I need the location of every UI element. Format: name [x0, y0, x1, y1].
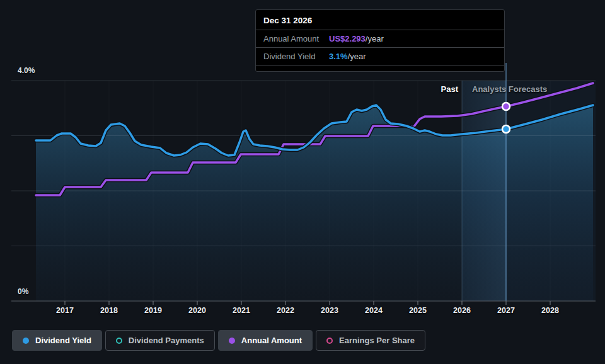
x-tick-label-2017: 2017 — [56, 306, 74, 315]
x-tick-label-2026: 2026 — [453, 306, 471, 315]
dividend-chart-page: 4.0% 0% 20172018201920202021202220232024… — [0, 0, 605, 364]
legend-item-earnings-per-share[interactable]: Earnings Per Share — [316, 330, 425, 351]
past-region-label: Past — [441, 84, 458, 94]
tooltip-label: Dividend Yield — [263, 52, 329, 61]
tooltip-value-suffix: /year — [348, 52, 366, 61]
earnings-per-share-marker-icon — [326, 338, 333, 344]
legend-item-annual-amount[interactable]: Annual Amount — [218, 330, 313, 351]
legend-item-dividend-payments[interactable]: Dividend Payments — [105, 330, 215, 351]
x-tick-label-2019: 2019 — [144, 306, 162, 315]
x-tick-label-2018: 2018 — [100, 306, 118, 315]
tooltip-row-annual-amount: Annual Amount US$2.293 /year — [256, 30, 504, 47]
x-tick-label-2023: 2023 — [321, 306, 338, 315]
x-tick-label-2024: 2024 — [365, 306, 383, 315]
chart-tooltip: Dec 31 2026 Annual Amount US$2.293 /year… — [255, 9, 505, 72]
legend-item-label: Dividend Payments — [129, 336, 204, 345]
y-axis-min-label: 0% — [18, 287, 28, 296]
legend-item-label: Dividend Yield — [35, 336, 91, 345]
legend-item-dividend-yield[interactable]: Dividend Yield — [12, 330, 102, 351]
x-tick-label-2028: 2028 — [541, 306, 559, 315]
x-tick-label-2027: 2027 — [497, 306, 515, 315]
annual-amount-marker-icon — [229, 338, 235, 344]
x-tick-label-2020: 2020 — [188, 306, 206, 315]
tooltip-label: Annual Amount — [263, 34, 329, 43]
x-axis-ticks — [65, 301, 550, 305]
x-tick-label-2025: 2025 — [409, 306, 427, 315]
legend-item-label: Annual Amount — [241, 336, 302, 345]
legend: Dividend YieldDividend PaymentsAnnual Am… — [12, 330, 425, 351]
tooltip-value: US$2.293 — [329, 34, 366, 43]
tooltip-value-suffix: /year — [366, 34, 384, 43]
x-tick-label-2021: 2021 — [233, 306, 250, 315]
dividend-yield-marker-icon — [23, 338, 29, 344]
dividend-payments-marker-icon — [116, 338, 122, 344]
tooltip-row-dividend-yield: Dividend Yield 3.1% /year — [256, 47, 504, 65]
y-axis-max-label: 4.0% — [18, 66, 35, 75]
tooltip-value: 3.1% — [329, 52, 348, 61]
analysts-forecasts-region-label: Analysts Forecasts — [472, 84, 547, 94]
tooltip-date: Dec 31 2026 — [256, 10, 504, 30]
x-tick-label-2022: 2022 — [277, 306, 294, 315]
legend-item-label: Earnings Per Share — [339, 336, 415, 345]
